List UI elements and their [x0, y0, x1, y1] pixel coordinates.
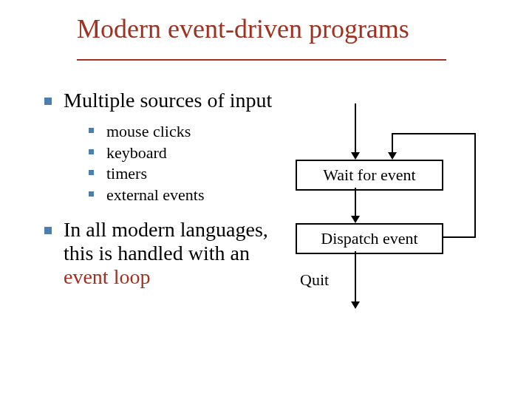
sub-bullet-text: timers: [106, 164, 147, 183]
bullet-icon: [89, 170, 94, 175]
flow-box-dispatch: Dispatch event: [296, 223, 443, 254]
bullet-text-prefix: In all modern languages, this is handled…: [64, 218, 268, 265]
arrow-down-icon: [351, 301, 360, 309]
arrow-down-icon: [351, 216, 360, 223]
flow-line: [355, 103, 356, 155]
bullet-event-loop: In all modern languages, this is handled…: [41, 218, 285, 290]
sub-bullet-keyboard: keyboard: [41, 143, 285, 164]
bullet-icon: [89, 191, 94, 197]
flow-line: [355, 188, 356, 219]
arrow-down-icon: [351, 152, 360, 160]
bullet-multiple-sources: Multiple sources of input: [41, 89, 285, 112]
bullet-icon: [44, 227, 52, 234]
bullet-icon: [89, 128, 94, 133]
slide-title: Modern event-driven programs: [77, 13, 409, 44]
flow-line: [474, 133, 476, 238]
flow-label-quit: Quit: [300, 270, 329, 290]
sub-bullet-text: external events: [106, 185, 205, 204]
sub-bullet-mouse: mouse clicks: [41, 121, 285, 143]
sub-bullet-external: external events: [41, 185, 285, 206]
sub-bullet-timers: timers: [41, 163, 285, 185]
sub-bullet-text: keyboard: [106, 143, 167, 162]
sub-bullet-group: mouse clicks keyboard timers external ev…: [41, 121, 285, 205]
flow-box-wait: Wait for event: [296, 160, 443, 191]
flow-diagram: Wait for event Dispatch event Quit: [296, 89, 517, 340]
bullet-icon: [89, 149, 94, 154]
flow-box-label: Dispatch event: [321, 229, 417, 248]
flow-line: [443, 236, 476, 238]
flow-box-label: Wait for event: [323, 166, 415, 184]
bullet-text: Multiple sources of input: [64, 89, 272, 112]
flow-line: [392, 133, 476, 134]
flow-line: [355, 251, 356, 304]
bullet-icon: [44, 98, 52, 105]
arrow-down-icon: [388, 152, 397, 160]
title-wrap: Modern event-driven programs: [77, 13, 409, 44]
title-underline: [77, 59, 446, 61]
sub-bullet-text: mouse clicks: [106, 122, 191, 140]
slide: Modern event-driven programs Multiple so…: [0, 0, 532, 399]
bullet-text-emphasis: event loop: [64, 265, 150, 288]
bullet-column: Multiple sources of input mouse clicks k…: [41, 89, 285, 298]
